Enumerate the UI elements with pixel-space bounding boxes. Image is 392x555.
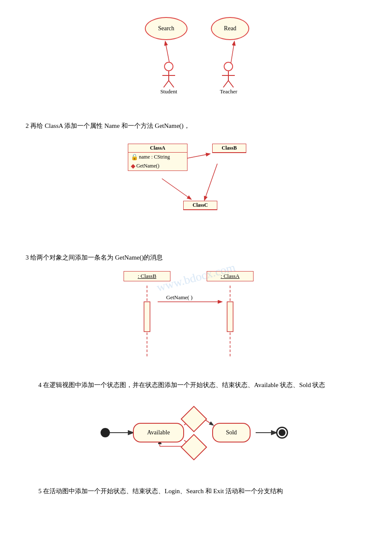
section-3: 3 给两个对象之间添加一条名为 GetName()的消息 [26,252,366,369]
state-diagram: Available Sold [94,395,298,468]
section5-text: 5 在活动图中添加一个开始状态、结束状态、Login、Search 和 Exit… [26,486,366,497]
protected-icon: 🔒 [131,153,138,161]
svg-rect-16 [144,302,150,332]
actor-student-head [164,62,173,71]
usecase-search: Search [145,17,187,40]
class-a-method: ◆ GetName() [128,162,187,171]
state-sold: Sold [212,423,251,442]
class-b-header: ClassB [213,144,246,153]
class-b: ClassB [212,144,246,153]
section3-text: 3 给两个对象之间添加一条名为 GetName()的消息 [26,252,366,263]
method-icon: ◆ [131,162,135,170]
actor-teacher-head [224,62,233,71]
page-content: Search Read [26,9,366,512]
state-available: Available [133,423,184,442]
sequence-diagram: : ClassB : ClassA GetName( ) [115,268,277,361]
seq-object-classa: : ClassA [207,271,254,281]
usecase-diagram: Search Read [128,13,264,102]
diagram1-container: Search Read [26,13,366,102]
section-4: 4 在逻辑视图中添加一个状态图，并在状态图添加一个开始状态、结束状态、Avail… [26,379,366,475]
actor-teacher: Teacher [220,62,237,95]
end-state-inner [279,429,285,436]
actor-teacher-body [220,71,237,88]
actor-student-body [160,71,177,88]
class-a-header: ClassA [128,144,187,153]
svg-line-11 [162,179,191,199]
class-diagram: ClassA 🔒 name : CString ◆ GetName() Clas… [115,136,277,234]
class-a-attr: 🔒 name : CString [128,153,187,162]
actor-student-figure [160,71,177,88]
class-c-header: ClassC [184,201,217,210]
class-c: ClassC [183,201,217,210]
diagram4-container: Available Sold [26,395,366,468]
svg-line-9 [228,81,233,87]
section4-text: 4 在逻辑视图中添加一个状态图，并在状态图添加一个开始状态、结束状态、Avail… [26,379,366,391]
svg-line-8 [223,81,228,87]
section-5: 5 在活动图中添加一个开始状态、结束状态、Login、Search 和 Exit… [26,486,366,501]
svg-rect-17 [227,302,233,332]
seq-object-classb: : ClassB [124,271,170,281]
seq-svg [115,268,277,361]
section-2: 2 再给 ClassA 添加一个属性 Name 和一个方法 GetName()， [26,120,366,242]
actor-student: Student [160,62,177,95]
svg-line-5 [169,81,174,87]
svg-line-12 [205,164,217,200]
actor-teacher-label: Teacher [220,88,237,95]
svg-line-4 [164,81,169,87]
section-1: Search Read [26,9,366,110]
diagram2-container: ClassA 🔒 name : CString ◆ GetName() Clas… [26,136,366,234]
actor-teacher-figure [220,71,237,88]
diagram3-container: : ClassB : ClassA GetName( ) [26,268,366,361]
usecase-read: Read [211,17,249,40]
end-state [276,427,288,439]
start-state [101,428,110,437]
seq-message-label: GetName( ) [166,294,193,301]
class-a: ClassA 🔒 name : CString ◆ GetName() [128,144,187,171]
section2-text: 2 再给 ClassA 添加一个属性 Name 和一个方法 GetName()， [26,120,366,132]
actor-student-label: Student [160,88,177,95]
